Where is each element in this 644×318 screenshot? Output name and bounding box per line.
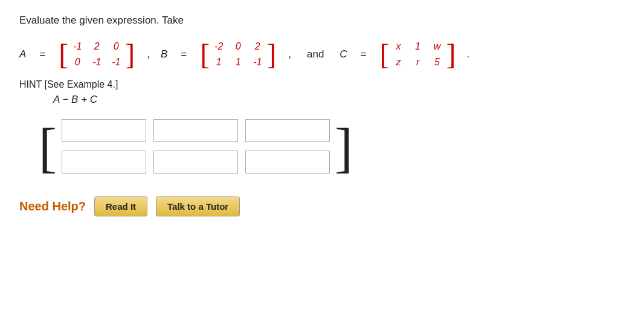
b00: -2 xyxy=(213,39,224,54)
a02: 0 xyxy=(111,39,121,54)
c00: x xyxy=(393,39,404,54)
and-text: and xyxy=(307,48,324,60)
matrix-b: [ -2 0 2 1 1 -1 ] xyxy=(200,37,276,71)
b11: 1 xyxy=(233,54,243,70)
talk-to-tutor-button[interactable]: Talk to a Tutor xyxy=(156,196,240,216)
answer-input-10[interactable] xyxy=(62,151,146,174)
answer-grid xyxy=(57,117,335,180)
matrix-b-content: -2 0 2 1 1 -1 xyxy=(210,37,266,71)
dot-end: . xyxy=(467,48,470,60)
answer-input-12[interactable] xyxy=(245,151,330,174)
answer-input-00[interactable] xyxy=(62,119,146,142)
b02: 2 xyxy=(252,39,263,54)
b01: 0 xyxy=(233,39,243,54)
bracket-right-b: ] xyxy=(266,40,276,69)
c12: 5 xyxy=(432,54,443,70)
a01: 2 xyxy=(91,39,102,54)
bracket-right-c: ] xyxy=(446,40,456,69)
bracket-left-c: [ xyxy=(380,40,390,69)
a00: -1 xyxy=(72,39,83,54)
expression: A − B + C xyxy=(53,94,625,106)
matrix-c: [ x 1 w z r 5 ] xyxy=(380,37,456,71)
matrix-a-label: A xyxy=(19,48,26,60)
matrix-a-equals: = xyxy=(39,48,45,60)
a10: 0 xyxy=(72,54,83,70)
b10: 1 xyxy=(213,54,224,70)
matrix-b-label: B xyxy=(161,48,167,60)
bottom-row: Need Help? Read It Talk to a Tutor xyxy=(19,196,625,216)
a11: -1 xyxy=(91,54,102,70)
need-help-label: Need Help? xyxy=(19,200,86,213)
answer-bracket-right: ] xyxy=(335,121,353,175)
matrix-c-equals: = xyxy=(361,48,367,60)
c11: r xyxy=(413,54,423,70)
b12: -1 xyxy=(252,54,263,70)
answer-matrix-wrap: [ ] xyxy=(39,117,625,180)
matrix-row: A = [ -1 2 0 0 -1 -1 ] , B = [ -2 0 2 1 … xyxy=(19,37,625,71)
c10: z xyxy=(393,54,404,70)
answer-input-02[interactable] xyxy=(245,119,330,142)
a12: -1 xyxy=(111,54,121,70)
matrix-a: [ -1 2 0 0 -1 -1 ] xyxy=(59,37,135,71)
matrix-b-equals: = xyxy=(181,48,187,60)
matrix-c-label: C xyxy=(340,48,347,60)
matrix-c-content: x 1 w z r 5 xyxy=(390,37,446,71)
bracket-left-b: [ xyxy=(200,40,210,69)
answer-bracket-left: [ xyxy=(39,121,57,175)
matrix-a-content: -1 2 0 0 -1 -1 xyxy=(68,37,125,71)
problem-intro: Evaluate the given expression. Take xyxy=(19,15,625,27)
c01: 1 xyxy=(413,39,423,54)
bracket-right-a: ] xyxy=(125,40,135,69)
comma-a: , xyxy=(147,48,150,60)
c02: w xyxy=(432,39,443,54)
read-it-button[interactable]: Read It xyxy=(94,196,147,216)
answer-input-01[interactable] xyxy=(153,119,238,142)
hint-text: HINT [See Example 4.] xyxy=(19,79,625,90)
answer-input-11[interactable] xyxy=(153,151,238,174)
comma-b: , xyxy=(288,48,291,60)
bracket-left-a: [ xyxy=(59,40,68,69)
